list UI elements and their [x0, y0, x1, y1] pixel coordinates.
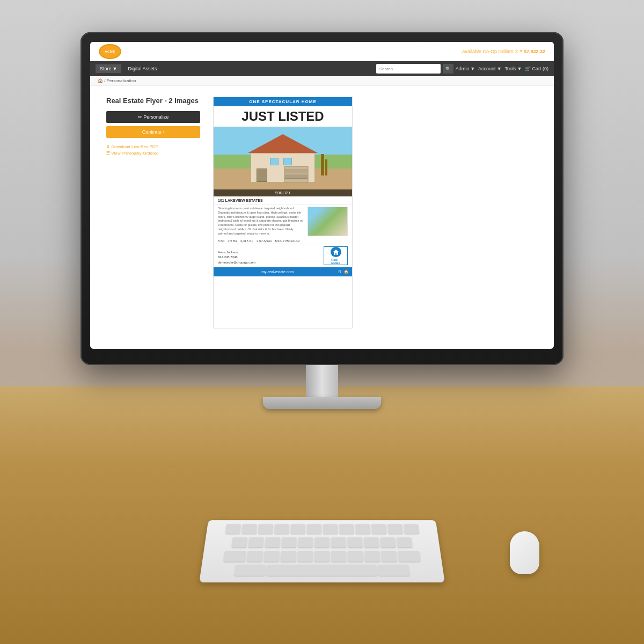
nav-digital-assets[interactable]: Digital Assets — [123, 64, 161, 73]
key — [241, 524, 257, 533]
monitor: ACME Available Co-Op Dollars ® = $7,832.… — [80, 32, 564, 419]
left-panel: Real Estate Flyer - 2 Images ✏ Personali… — [106, 97, 200, 328]
key — [314, 537, 330, 547]
flyer-secondary-image — [308, 207, 348, 236]
nav-search-area: 🔍 — [376, 64, 453, 74]
flyer-agent-section: Anna Jackson 844.245.7246 demoorder@prop… — [214, 244, 352, 267]
key — [281, 551, 296, 561]
site-header: ACME Available Co-Op Dollars ® = $7,832.… — [90, 42, 554, 61]
key — [331, 551, 347, 561]
download-pdf-link[interactable]: ⬇ Download Low Res PDF — [106, 144, 200, 149]
flyer-header: ONE SPECTACULAR HOME — [214, 97, 352, 106]
key-spacebar — [267, 565, 377, 576]
flyer-main-image: $90,321 — [214, 127, 352, 196]
flyer-description-area: Stunning home on quiet cul-de-sac in gat… — [214, 205, 352, 238]
key — [348, 551, 363, 561]
key — [306, 524, 321, 533]
key — [398, 551, 420, 561]
flyer-preview: ONE SPECTACULAR HOME JUST LISTED — [213, 97, 353, 328]
equal-housing-icon: 🏠 — [343, 269, 349, 274]
keyboard-keys — [199, 520, 445, 582]
key — [355, 524, 370, 533]
nav-account[interactable]: Account▼ — [478, 66, 501, 71]
flyer-description-text: Stunning home on quiet cul-de-sac in gat… — [218, 207, 303, 236]
personalize-button[interactable]: ✏ Personalize — [106, 111, 200, 123]
mouse[interactable] — [510, 531, 539, 574]
monitor-bezel: ACME Available Co-Op Dollars ® = $7,832.… — [80, 32, 564, 365]
key — [232, 537, 248, 547]
key — [297, 551, 313, 561]
monitor-neck — [306, 365, 338, 397]
nav-store[interactable]: Store ▼ — [96, 64, 121, 73]
key — [331, 537, 346, 547]
key — [364, 537, 379, 547]
flyer-footer: my-real-estate.com R 🏠 — [214, 267, 352, 276]
key — [264, 551, 279, 561]
key — [347, 537, 363, 547]
key — [397, 537, 413, 547]
re-logo-icon — [331, 247, 341, 257]
flyer-website: my-real-estate.com — [217, 270, 338, 274]
nav-admin[interactable]: Admin▼ — [456, 66, 475, 71]
agent-info: Anna Jackson 844.245.7246 demoorder@prop… — [218, 250, 255, 266]
keyboard[interactable] — [199, 520, 445, 582]
key — [380, 537, 396, 547]
key-row-3 — [209, 551, 436, 563]
flyer-stats: 5 Bd 3.5 Ba 3,415 SF 2.67 Acres MLS # 65… — [214, 238, 352, 244]
view-previously-ordered-link[interactable]: ☰ View Previously-Ordered — [106, 151, 200, 156]
re-logo-text: RealEstate — [331, 258, 340, 265]
realtor-icon: R — [338, 269, 341, 274]
key-row-2 — [210, 537, 434, 550]
breadcrumb-home[interactable]: 🏠 — [98, 78, 103, 83]
house-shape — [240, 140, 326, 182]
product-title: Real Estate Flyer - 2 Images — [106, 97, 200, 106]
house-garage — [284, 166, 309, 182]
svg-marker-0 — [333, 250, 339, 255]
search-button[interactable]: 🔍 — [443, 64, 453, 74]
key — [248, 537, 264, 547]
agent-name: Anna Jackson — [218, 250, 255, 255]
key — [298, 537, 313, 547]
house-roof — [248, 134, 318, 153]
monitor-base — [263, 397, 381, 409]
key — [381, 551, 397, 561]
flyer-title: JUST LISTED — [214, 106, 352, 127]
co-op-info: Available Co-Op Dollars ® = $7,832.32 — [462, 49, 545, 54]
desk — [0, 386, 644, 644]
key — [403, 524, 419, 533]
key — [235, 565, 266, 576]
flyer-price: $90,321 — [214, 189, 352, 196]
search-input[interactable] — [376, 64, 441, 74]
key — [339, 524, 354, 533]
nav-right-items: Admin▼ Account▼ Tools▼ 🛒 Cart (0) — [456, 66, 548, 71]
key — [314, 551, 330, 561]
scene: ACME Available Co-Op Dollars ® = $7,832.… — [0, 0, 644, 644]
agent-email: demoorder@propago.com — [218, 260, 255, 266]
key — [378, 565, 409, 576]
flyer-address: 101 LAKEVIEW ESTATES — [214, 196, 352, 205]
key — [223, 551, 246, 561]
agent-phone: 844.245.7246 — [218, 255, 255, 260]
key — [290, 524, 305, 533]
nav-tools[interactable]: Tools▼ — [505, 66, 522, 71]
key-row-4 — [207, 565, 437, 578]
key — [247, 551, 263, 561]
key — [371, 524, 386, 533]
key — [225, 524, 240, 533]
key — [274, 524, 289, 533]
nav-cart[interactable]: 🛒 Cart (0) — [525, 66, 548, 71]
key — [387, 524, 402, 533]
key — [258, 524, 273, 533]
logo: ACME — [99, 44, 121, 59]
screen: ACME Available Co-Op Dollars ® = $7,832.… — [90, 42, 554, 349]
continue-button[interactable]: Continue › — [106, 126, 200, 138]
flyer-footer-icons: R 🏠 — [338, 269, 349, 274]
main-content: Real Estate Flyer - 2 Images ✏ Personali… — [90, 86, 554, 339]
key — [265, 537, 280, 547]
key — [281, 537, 297, 547]
re-house-icon — [332, 248, 340, 256]
breadcrumb: 🏠 / Personalization — [90, 76, 554, 86]
house-image — [214, 127, 352, 196]
key — [323, 524, 337, 533]
real-estate-logo: RealEstate — [324, 246, 348, 265]
